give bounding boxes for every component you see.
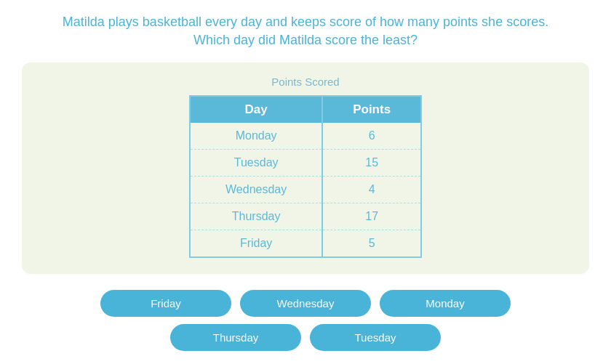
table-body: Monday6Tuesday15Wednesday4Thursday17Frid… <box>190 123 421 257</box>
cell-points: 17 <box>322 203 421 230</box>
table-header-row: Day Points <box>190 96 421 123</box>
data-table: Day Points Monday6Tuesday15Wednesday4Thu… <box>189 95 422 258</box>
table-row: Monday6 <box>190 123 421 150</box>
cell-points: 5 <box>322 230 421 258</box>
table-row: Thursday17 <box>190 203 421 230</box>
answer-tuesday[interactable]: Tuesday <box>310 324 441 351</box>
answer-wednesday[interactable]: Wednesday <box>240 290 371 317</box>
table-row: Tuesday15 <box>190 150 421 177</box>
cell-day: Monday <box>190 123 322 150</box>
table-row: Wednesday4 <box>190 177 421 203</box>
cell-day: Wednesday <box>190 177 322 203</box>
cell-points: 6 <box>322 123 421 150</box>
cell-day: Tuesday <box>190 150 322 177</box>
question-area: Matilda plays basketball every day and k… <box>0 0 611 57</box>
answer-row-1: Friday Wednesday Monday <box>100 290 511 317</box>
answer-friday[interactable]: Friday <box>100 290 231 317</box>
answer-row-2: Thursday Tuesday <box>170 324 441 351</box>
answers-area: Friday Wednesday Monday Thursday Tuesday <box>0 280 611 358</box>
cell-day: Thursday <box>190 203 322 230</box>
answer-thursday[interactable]: Thursday <box>170 324 301 351</box>
cell-day: Friday <box>190 230 322 258</box>
col-header-day: Day <box>190 96 322 123</box>
question-text: Matilda plays basketball every day and k… <box>44 13 567 49</box>
cell-points: 15 <box>322 150 421 177</box>
answer-monday[interactable]: Monday <box>380 290 511 317</box>
table-row: Friday5 <box>190 230 421 258</box>
cell-points: 4 <box>322 177 421 203</box>
content-area: Points Scored Day Points Monday6Tuesday1… <box>22 62 589 274</box>
col-header-points: Points <box>322 96 421 123</box>
table-title: Points Scored <box>271 76 339 88</box>
